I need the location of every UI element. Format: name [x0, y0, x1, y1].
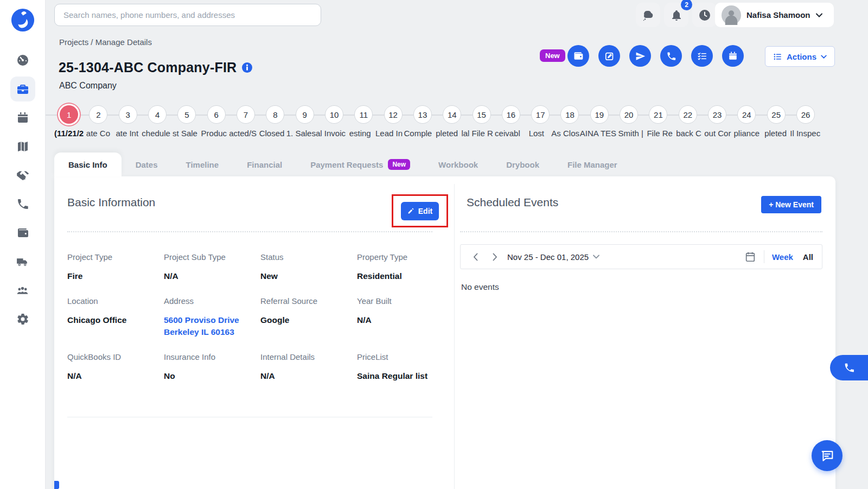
actions-dropdown-button[interactable]: Actions — [765, 46, 835, 67]
tab[interactable]: Payment Requests New — [296, 153, 424, 176]
field-label: Internal Details — [260, 352, 357, 361]
thought-bubble-icon — [642, 9, 655, 22]
tab[interactable]: Workbook — [424, 153, 492, 176]
tab[interactable]: Financial — [233, 153, 296, 176]
field-value: Residential — [357, 270, 454, 282]
date-range-picker[interactable]: Nov 25 - Dec 01, 2025 — [507, 252, 599, 262]
tasks-action-button[interactable] — [691, 45, 713, 67]
field-value: Google — [260, 314, 357, 326]
basic-info-fields: Project Type Fire Project Sub Type N/A S… — [67, 252, 447, 382]
step-circle[interactable]: 11 — [354, 105, 373, 124]
tab[interactable]: Basic Info — [54, 153, 122, 176]
step-circle[interactable]: 24 — [737, 105, 756, 124]
quick-call-fab[interactable] — [830, 355, 868, 380]
step-circle[interactable]: 23 — [708, 105, 726, 124]
field: Referral Source Google — [260, 296, 357, 338]
chat-bubble-icon — [820, 448, 835, 463]
company-name: ABC Company — [59, 81, 117, 91]
field-label: Year Built — [357, 296, 454, 306]
step-circle[interactable]: 21 — [649, 105, 667, 124]
actions-label: Actions — [787, 52, 816, 61]
step-circle[interactable]: 6 — [207, 105, 226, 124]
step-circle[interactable]: 13 — [413, 105, 432, 124]
quick-actions — [567, 45, 744, 67]
step-circle[interactable]: 15 — [473, 105, 491, 124]
sidebar-item-map[interactable] — [10, 134, 35, 159]
calendar-picker-icon[interactable] — [744, 251, 756, 263]
sidebar-item-team[interactable] — [10, 278, 35, 303]
sidebar-item-fleet[interactable] — [10, 249, 35, 274]
pencil-icon — [407, 207, 414, 214]
step-circle[interactable]: 2 — [89, 105, 107, 124]
field-label: Status — [260, 252, 357, 262]
new-event-button[interactable]: + New Event — [761, 196, 821, 213]
tab[interactable]: File Manager — [553, 153, 631, 176]
stepper-labels: (11/21/2 ate Co ate Int chedule st Sale … — [54, 128, 820, 139]
step-label-cell: Smith | — [616, 128, 645, 139]
step-circle[interactable]: 18 — [560, 105, 579, 124]
edit-action-button[interactable] — [598, 45, 620, 67]
sidebar-item-calls[interactable] — [10, 192, 35, 217]
field: Year Built N/A — [357, 296, 454, 338]
sidebar-item-deals[interactable] — [10, 163, 35, 188]
prev-week-button[interactable] — [469, 251, 481, 263]
date-range-label: Nov 25 - Dec 01, 2025 — [507, 252, 589, 262]
step-label: As Clos — [551, 128, 579, 139]
step-circle[interactable]: 4 — [148, 105, 167, 124]
schedule-action-button[interactable] — [722, 45, 744, 67]
step-label: Lead In — [375, 128, 403, 139]
sidebar-item-dashboard[interactable] — [10, 48, 35, 73]
step-circle[interactable]: 5 — [177, 105, 196, 124]
step-label-cell: As Clos — [551, 128, 579, 139]
sidebar-item-settings[interactable] — [10, 307, 35, 332]
step-circle[interactable]: 26 — [796, 105, 815, 124]
step-circle[interactable]: 8 — [266, 105, 284, 124]
app-logo-rabbit-icon[interactable] — [10, 8, 35, 33]
tab[interactable]: Dates — [122, 153, 172, 176]
step-label: Lost — [529, 128, 544, 139]
step-circle[interactable]: 25 — [767, 105, 786, 124]
step-circle[interactable]: 1 — [60, 105, 78, 124]
history-button[interactable] — [692, 3, 717, 27]
step-label-cell: out Cor — [703, 128, 732, 139]
sidebar-item-calendar[interactable] — [10, 105, 35, 130]
step-circle[interactable]: 16 — [502, 105, 520, 124]
call-action-button[interactable] — [660, 45, 682, 67]
step-circle[interactable]: 7 — [237, 105, 255, 124]
field: QuickBooks ID N/A — [67, 352, 164, 382]
tab[interactable]: Timeline — [172, 153, 233, 176]
step-label-cell: Comple — [404, 128, 432, 139]
chat-fab[interactable] — [812, 440, 843, 471]
step-label-cell: back C — [674, 128, 703, 139]
feedback-button[interactable] — [636, 3, 660, 27]
tab[interactable]: Drybook — [492, 153, 553, 176]
step-circle[interactable]: 20 — [620, 105, 638, 124]
info-icon[interactable] — [242, 62, 252, 73]
next-week-button[interactable] — [489, 251, 501, 263]
step-label: st Sale — [173, 128, 197, 139]
step-circle[interactable]: 19 — [590, 105, 609, 124]
user-menu[interactable]: Nafisa Shamoon — [715, 3, 834, 27]
step-circle[interactable]: 9 — [296, 105, 314, 124]
phone-icon — [16, 198, 29, 211]
step-circle[interactable]: 14 — [443, 105, 461, 124]
search-input[interactable] — [54, 4, 321, 26]
step-circle[interactable]: 17 — [531, 105, 550, 124]
breadcrumb[interactable]: Projects / Manage Details — [59, 37, 152, 47]
step-circle[interactable]: 12 — [384, 105, 403, 124]
sidebar-item-projects[interactable] — [10, 77, 35, 101]
step-circle[interactable]: 10 — [325, 105, 343, 124]
step-label-cell: ceivabl — [493, 128, 522, 139]
sidebar-item-payments[interactable] — [10, 220, 35, 245]
step-label: back C — [676, 128, 701, 139]
view-week-toggle[interactable]: Week — [772, 252, 793, 262]
notifications-button[interactable]: 2 — [664, 3, 688, 27]
stepper-step[interactable]: 26 — [791, 105, 820, 124]
step-label-cell: al Invoic — [316, 128, 346, 139]
wallet-action-button[interactable] — [567, 45, 589, 67]
send-action-button[interactable] — [629, 45, 651, 67]
edit-button[interactable]: Edit — [401, 202, 439, 220]
view-all-toggle[interactable]: All — [803, 252, 813, 262]
step-circle[interactable]: 22 — [679, 105, 697, 124]
step-circle[interactable]: 3 — [119, 105, 137, 124]
